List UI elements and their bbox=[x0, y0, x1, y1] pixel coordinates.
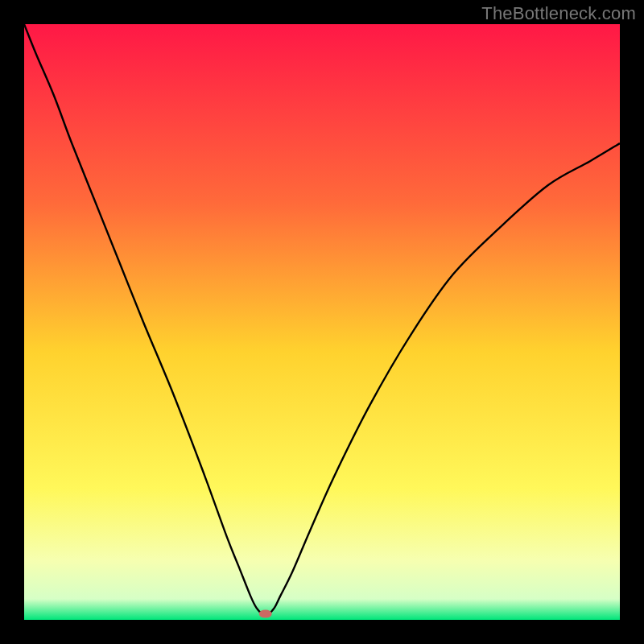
plot-svg bbox=[24, 24, 620, 620]
chart-frame: TheBottleneck.com bbox=[0, 0, 644, 644]
watermark-text: TheBottleneck.com bbox=[481, 3, 636, 24]
min-point-marker bbox=[259, 610, 272, 618]
gradient-background bbox=[24, 24, 620, 620]
plot-area bbox=[24, 24, 620, 620]
